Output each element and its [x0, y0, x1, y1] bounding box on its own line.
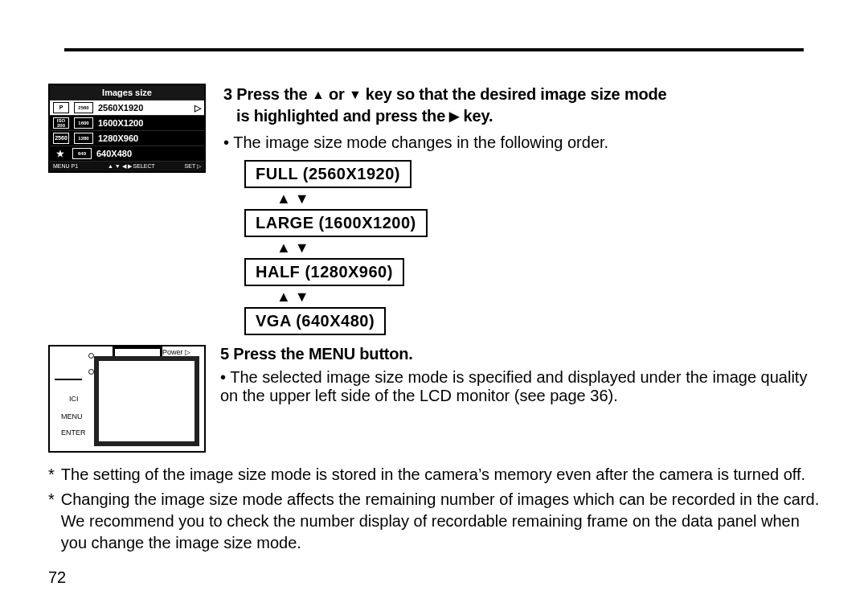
- lcd-footer-left: MENU P1: [53, 163, 78, 170]
- size-icon: 2560: [74, 102, 93, 113]
- step5-bullet: • The selected image size mode is specif…: [220, 368, 820, 405]
- lcd-row: 2560 1280 1280X960: [50, 130, 204, 146]
- step-number: 3: [223, 85, 232, 103]
- lcd-row: ★ 640 640X480: [50, 146, 204, 161]
- iso-icon: ISO 200: [53, 117, 69, 129]
- manual-page: Images size P 2560 2560X1920 ▷ ISO 200 1…: [0, 0, 868, 615]
- footnote-text: Changing the image size mode affects the…: [61, 489, 820, 554]
- step3-heading: 3 Press the ▲ or ▼ key so that the desir…: [223, 84, 820, 127]
- lcd-footer-mid: ▲ ▼ ◀ ▶ SELECT: [108, 163, 155, 170]
- asterisk-icon: *: [48, 464, 55, 486]
- selection-caret-icon: ▷: [194, 103, 201, 113]
- lcd-menu-figure: Images size P 2560 2560X1920 ▷ ISO 200 1…: [48, 84, 206, 173]
- camera-back-illustration: Power ▷ ICI MENU ENTER: [48, 345, 206, 453]
- p-mode-icon: P: [53, 102, 69, 113]
- asterisk-icon: *: [48, 489, 55, 554]
- size-icon: 2560: [53, 133, 69, 144]
- size-option: VGA (640X480): [244, 307, 386, 335]
- size-icon: 1600: [74, 117, 93, 129]
- step3-bullet: • The image size mode changes in the fol…: [223, 132, 820, 154]
- up-down-arrows-icon: ▲ ▼: [244, 289, 309, 304]
- page-number: 72: [48, 568, 820, 587]
- enter-button-label: ENTER: [61, 428, 86, 437]
- size-option: HALF (1280X960): [244, 258, 404, 286]
- lcd-row-label: 2560X1920: [98, 103, 143, 113]
- lcd-footer: MENU P1 ▲ ▼ ◀ ▶ SELECT SET ▷: [50, 161, 204, 171]
- footnote-text: The setting of the image size mode is st…: [61, 464, 805, 486]
- size-order-list: FULL (2560X1920) ▲ ▼ LARGE (1600X1200) ▲…: [244, 160, 820, 335]
- lcd-row-label: 1280X960: [98, 133, 138, 143]
- right-triangle-icon: ▶: [449, 108, 459, 125]
- size-option: FULL (2560X1920): [244, 160, 411, 188]
- step-number: 5: [220, 345, 229, 363]
- star-icon: ★: [53, 149, 68, 158]
- up-down-arrows-icon: ▲ ▼: [244, 191, 309, 206]
- top-rule: [64, 48, 804, 51]
- up-down-arrows-icon: ▲ ▼: [244, 240, 309, 255]
- lcd-footer-right: SET ▷: [185, 163, 201, 170]
- lcd-title: Images size: [50, 85, 204, 100]
- menu-button-label: MENU: [61, 412, 83, 420]
- size-icon: 640: [72, 148, 92, 159]
- lcd-row: P 2560 2560X1920 ▷: [50, 100, 204, 115]
- lcd-row-label: 640X480: [96, 149, 132, 158]
- lcd-row: ISO 200 1600 1600X1200: [50, 115, 204, 130]
- up-triangle-icon: ▲: [312, 86, 325, 104]
- size-icon: 1280: [74, 133, 93, 144]
- footnotes: * The setting of the image size mode is …: [48, 464, 820, 554]
- ici-label: ICI: [69, 395, 79, 403]
- power-label: Power ▷: [162, 348, 190, 356]
- down-triangle-icon: ▼: [349, 86, 362, 104]
- step5-heading: 5 Press the MENU button.: [220, 345, 820, 363]
- lcd-row-label: 1600X1200: [98, 118, 143, 128]
- size-option: LARGE (1600X1200): [244, 209, 428, 237]
